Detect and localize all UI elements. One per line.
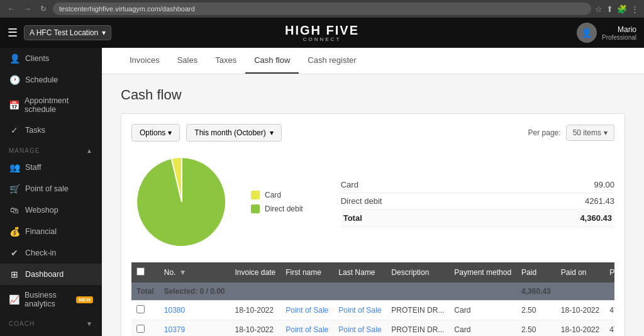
back-button[interactable]: ← — [5, 3, 18, 14]
per-page-select[interactable]: 50 items ▾ — [566, 125, 614, 141]
row-first-name[interactable]: Point of Sale — [280, 301, 333, 320]
row-no[interactable]: 10380 — [159, 301, 230, 320]
th-invoice-date[interactable]: Invoice date — [230, 262, 281, 283]
browser-icons: ☆ ⬆ 🧩 ⋮ — [595, 4, 639, 14]
legend-item-directdebit: Direct debit — [251, 204, 303, 213]
tab-sales[interactable]: Sales — [169, 48, 207, 74]
section-coach[interactable]: COACH ▼ — [0, 314, 102, 330]
sidebar-item-analytics[interactable]: 📈 Business analytics NEW — [0, 285, 102, 314]
summary-table: Card 99.00 Direct debit 4261.43 Total 4,… — [341, 177, 614, 227]
per-page-control: Per page: 50 items ▾ — [528, 125, 614, 141]
hamburger-icon[interactable]: ☰ — [8, 26, 18, 40]
data-table: Total Selected: 0 / 0.00 4,360.43 — [131, 262, 614, 336]
tab-taxes[interactable]: Taxes — [206, 48, 245, 74]
tab-invoices[interactable]: Invoices — [121, 48, 169, 74]
row-checkbox[interactable] — [136, 305, 145, 313]
sidebar-item-appointment[interactable]: 📅 Appointment schedule — [0, 91, 102, 120]
row-payment-method: Card — [449, 320, 516, 337]
totals-selected: Selected: 0 / 0.00 — [159, 283, 230, 301]
summary-row-directdebit: Direct debit 4261.43 — [341, 193, 614, 210]
tab-cashregister[interactable]: Cash register — [299, 48, 365, 74]
sidebar-item-webshop[interactable]: 🛍 Webshop — [0, 199, 102, 221]
location-selector[interactable]: A HFC Test Location ▾ — [24, 25, 111, 40]
row-payment-id: 47137646... — [604, 320, 614, 337]
data-table-wrapper: Total Selected: 0 / 0.00 4,360.43 — [131, 262, 614, 336]
th-payment-method[interactable]: Payment method — [449, 262, 516, 283]
th-description[interactable]: Description — [386, 262, 449, 283]
period-selector[interactable]: This month (October) ▾ — [186, 124, 281, 142]
row-first-name[interactable]: Point of Sale — [280, 320, 333, 337]
top-nav-right: 👤 Mario Professional — [577, 23, 636, 43]
sidebar-item-dashboard[interactable]: ⊞ Dashboard — [0, 264, 102, 285]
table-header: No. ▼ Invoice date First name Last Name … — [131, 262, 614, 283]
top-nav-center: HIGH FIVE CONNECT — [285, 23, 359, 42]
main-panel: Options ▾ This month (October) ▾ Per pag… — [121, 113, 625, 336]
th-last-name[interactable]: Last Name — [333, 262, 386, 283]
period-arrow-icon: ▾ — [270, 128, 274, 137]
reload-button[interactable]: ↻ — [38, 3, 49, 14]
sidebar-item-staff[interactable]: 👥 Staff — [0, 157, 102, 178]
totals-row: Total Selected: 0 / 0.00 4,360.43 — [131, 283, 614, 301]
summary-total-amount: 4,360.43 — [562, 213, 612, 223]
tasks-icon: ✓ — [9, 125, 20, 135]
sidebar-item-checkin[interactable]: ✔ Check-in — [0, 242, 102, 264]
summary-row-card: Card 99.00 — [341, 177, 614, 193]
pie-chart — [131, 152, 232, 252]
options-button[interactable]: Options ▾ — [131, 124, 180, 142]
period-label: This month (October) — [194, 128, 265, 137]
menu-icon: ⋮ — [631, 4, 639, 14]
tab-cashflow[interactable]: Cash flow — [245, 48, 299, 74]
chart-summary: Card Direct debit Card 99.00 — [131, 152, 614, 252]
row-checkbox-cell[interactable] — [131, 301, 159, 320]
sidebar-label-clients: Clients — [25, 54, 49, 63]
directdebit-color-dot — [251, 204, 260, 213]
sidebar-label-schedule: Schedule — [25, 76, 58, 84]
row-checkbox[interactable] — [136, 325, 145, 333]
sidebar-label-appointment: Appointment schedule — [25, 96, 93, 114]
row-paid-on: 18-10-2022 — [556, 301, 604, 320]
summary-directdebit-label: Direct debit — [341, 196, 382, 206]
row-description: PROTEIN DR... — [386, 320, 449, 337]
summary-directdebit-amount: 4261.43 — [564, 196, 614, 206]
row-no[interactable]: 10379 — [159, 320, 230, 337]
th-first-name[interactable]: First name — [280, 262, 333, 283]
summary-card-label: Card — [341, 180, 358, 189]
totals-amount: 4,360.43 — [516, 283, 556, 301]
forward-button[interactable]: → — [21, 3, 34, 14]
select-all-checkbox[interactable] — [136, 267, 145, 276]
section-manage[interactable]: MANAGE ▲ — [0, 141, 102, 157]
section-engage[interactable]: ENGAGE ▼ — [0, 330, 102, 336]
table-row: 10379 18-10-2022 Point of Sale Point of … — [131, 320, 614, 337]
pos-icon: 🛒 — [9, 184, 20, 194]
row-last-name[interactable]: Point of Sale — [333, 301, 386, 320]
totals-label: Total — [131, 283, 159, 301]
row-paid-on: 18-10-2022 — [556, 320, 604, 337]
row-checkbox-cell[interactable] — [131, 320, 159, 337]
manage-arrow-icon: ▲ — [86, 147, 93, 154]
url-bar[interactable]: testcenterhighfive.virtuagym.com/dashboa… — [53, 3, 591, 15]
sidebar-item-financial[interactable]: 💰 Financial — [0, 221, 102, 242]
avatar: 👤 — [577, 23, 597, 43]
row-last-name[interactable]: Point of Sale — [333, 320, 386, 337]
sidebar-item-tasks[interactable]: ✓ Tasks — [0, 120, 102, 141]
user-name: Mario — [602, 25, 636, 34]
th-no[interactable]: No. ▼ — [159, 262, 230, 283]
table-row: 10380 18-10-2022 Point of Sale Point of … — [131, 301, 614, 320]
sidebar-item-pos[interactable]: 🛒 Point of sale — [0, 178, 102, 199]
logo-text: HIGH FIVE — [285, 23, 359, 38]
th-checkbox — [131, 262, 159, 283]
th-paid-on[interactable]: Paid on — [556, 262, 604, 283]
share-icon: ⬆ — [606, 4, 613, 14]
row-paid: 2.50 — [516, 301, 556, 320]
th-payment-id[interactable]: Payment ID — [604, 262, 614, 283]
analytics-icon: 📈 — [9, 294, 19, 305]
row-payment-method: Card — [449, 301, 516, 320]
browser-bar: ← → ↻ testcenterhighfive.virtuagym.com/d… — [0, 0, 644, 18]
sidebar-item-clients[interactable]: 👤 Clients — [0, 48, 102, 69]
th-paid[interactable]: Paid — [516, 262, 556, 283]
legend-directdebit-label: Direct debit — [265, 204, 303, 213]
dashboard-icon: ⊞ — [9, 269, 20, 279]
chart-legend: Card Direct debit — [251, 191, 303, 213]
summary-total-label: Total — [343, 213, 362, 223]
sidebar-item-schedule[interactable]: 🕐 Schedule — [0, 69, 102, 91]
